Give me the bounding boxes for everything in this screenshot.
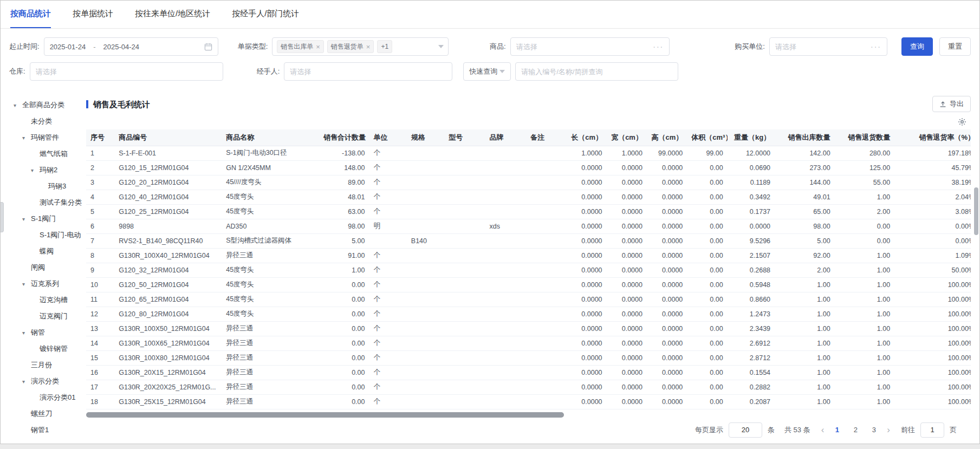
tree-item[interactable]: 测试子集分类 (6, 194, 86, 211)
column-header: 体积（cm³） (687, 129, 727, 146)
table-cell: 0.00 (687, 380, 727, 394)
tree-expand-icon[interactable]: ▾ (22, 216, 31, 222)
date-range-picker[interactable]: 2025-01-24 - 2025-04-24 (44, 37, 218, 56)
tree-expand-icon[interactable]: ▾ (22, 135, 31, 141)
tab-3[interactable]: 按往来单位/地区统计 (135, 1, 210, 28)
tree-item[interactable]: 玛钢3 (6, 178, 86, 194)
horizontal-scrollbar[interactable] (86, 412, 971, 418)
chevron-down-icon[interactable] (438, 45, 444, 48)
column-header: 规格 (407, 129, 444, 146)
tree-item[interactable]: 燃气纸箱 (6, 146, 86, 162)
product-input[interactable] (516, 43, 653, 51)
table-row[interactable]: 11G120_65_12RM01G0445度弯头0.00个0.00000.000… (86, 292, 971, 307)
tree-item[interactable]: ▾演示分类 (6, 373, 86, 389)
table-row[interactable]: 17G130R_20X20X25_12RM01G...异径三通0.00个0.00… (86, 380, 971, 394)
table-row[interactable]: 14G130R_100X65_12RM01G04异径三通0.00个0.00000… (86, 336, 971, 350)
close-icon[interactable]: × (366, 43, 371, 50)
horizontal-scrollbar-thumb[interactable] (86, 412, 564, 418)
tree-item[interactable]: ▾全部商品分类 (6, 97, 86, 113)
table-row[interactable]: 1S-1-F-E-001S-1阀门-电动30口径-138.00个1.00001.… (86, 146, 971, 160)
tree-expand-icon[interactable]: ▾ (31, 167, 40, 173)
page-number-1[interactable]: 1 (830, 426, 843, 434)
table-row[interactable]: 5G120_25_12RM01G0445度弯头63.00个0.00000.000… (86, 204, 971, 219)
tree-item[interactable]: ▾玛钢管件 (6, 129, 86, 146)
date-end-value[interactable]: 2025-04-24 (103, 43, 139, 51)
tree-item[interactable]: ▾玛钢2 (6, 162, 86, 178)
table-row[interactable]: 4G120_40_12RM01G0445度弯头48.01个0.00000.000… (86, 190, 971, 204)
tab-1[interactable]: 按商品统计 (10, 1, 51, 28)
tree-item[interactable]: ▾钢管 (6, 324, 86, 341)
tree-expand-icon[interactable]: ▾ (22, 281, 31, 287)
page-number-2[interactable]: 2 (849, 426, 862, 434)
tree-item[interactable]: ▾迈克系列 (6, 276, 86, 292)
column-header: 高（cm） (647, 129, 687, 146)
ellipsis-icon[interactable]: ··· (653, 42, 664, 51)
tree-item[interactable]: S-1阀门-电动 (6, 227, 86, 243)
table-cell (444, 365, 485, 380)
tree-expand-icon[interactable]: ▾ (14, 102, 22, 108)
buyer-input[interactable] (775, 43, 871, 51)
tree-expand-icon[interactable]: ▾ (22, 330, 31, 336)
product-select[interactable]: ··· (510, 37, 670, 56)
table-row[interactable]: 13G130R_100X50_12RM01G04异径三通0.00个0.00000… (86, 321, 971, 336)
buyer-select[interactable]: ··· (769, 37, 887, 56)
ellipsis-icon[interactable]: ··· (871, 42, 881, 51)
tree-item[interactable]: 钢管1 (6, 422, 86, 438)
table-row[interactable]: 2G120_15_12RM01G04GN 1/2X45MM148.00个0.00… (86, 160, 971, 175)
per-page-input[interactable] (729, 422, 762, 438)
keyword-input[interactable] (521, 68, 672, 76)
table-row[interactable]: 18G130R_25X15_12RM01G04异径三通0.00个0.00000.… (86, 394, 971, 409)
tree-item[interactable]: 迈克阀门 (6, 308, 86, 324)
chevron-down-icon[interactable] (499, 70, 505, 73)
sidebar-collapse-handle[interactable] (1, 202, 4, 232)
tree-item[interactable]: 三月份 (6, 357, 86, 373)
table-row[interactable]: 10G120_50_12RM01G0445度弯头0.00个0.00000.000… (86, 277, 971, 292)
query-button[interactable]: 查询 (901, 37, 933, 56)
handler-input[interactable] (290, 68, 446, 76)
goto-page-input[interactable] (920, 422, 944, 438)
close-icon[interactable]: × (316, 43, 320, 50)
export-button[interactable]: 导出 (932, 96, 971, 112)
reset-button[interactable]: 重置 (939, 37, 971, 56)
table-row[interactable]: 3G120_20_12RM01G0445////度弯头89.00个0.00000… (86, 175, 971, 190)
table-cell (485, 146, 526, 160)
tree-item[interactable]: 镀锌钢管 (6, 341, 86, 357)
next-page-button[interactable]: › (886, 425, 891, 434)
tab-2[interactable]: 按单据统计 (73, 1, 113, 28)
tree-item[interactable]: 闸阀 (6, 259, 86, 276)
doc-type-select[interactable]: 销售出库单×销售退货单×+1 (272, 37, 449, 56)
tree-item[interactable]: 螺丝刀 (6, 406, 86, 422)
gear-icon[interactable] (958, 118, 966, 126)
quick-search-select[interactable]: 快速查询 (463, 62, 511, 81)
table-row[interactable]: 7RVS2-1_B140_98CQ11R40S型沟槽式过滤器阀体5.00B140… (86, 233, 971, 248)
goto-label: 前往 (901, 425, 915, 435)
keyword-search[interactable] (515, 62, 678, 81)
tab-4[interactable]: 按经手人/部门统计 (232, 1, 299, 28)
date-start-value[interactable]: 2025-01-24 (50, 43, 86, 51)
vertical-scrollbar-thumb[interactable] (974, 187, 978, 235)
prev-page-button[interactable]: ‹ (820, 425, 826, 434)
tree-item[interactable]: 蝶阀 (6, 243, 86, 259)
tree-item[interactable]: ▾S-1阀门 (6, 211, 86, 227)
tree-item[interactable]: 迈克沟槽 (6, 292, 86, 308)
table-cell: 2.00 (835, 204, 895, 219)
table-row[interactable]: 8G130R_100X40_12RM01G04异径三通91.00个0.00000… (86, 248, 971, 263)
warehouse-select[interactable] (30, 62, 223, 81)
table-cell: 0.0000 (567, 321, 606, 336)
table-row[interactable]: 9G120_32_12RM01G0445度弯头1.00个0.00000.0000… (86, 263, 971, 277)
handler-select[interactable] (284, 62, 452, 81)
table-row[interactable]: 12G120_80_12RM01G0445度弯头0.00个0.00000.000… (86, 307, 971, 321)
table-cell: 5.00 (319, 233, 369, 248)
tree-item[interactable]: 未分类 (6, 113, 86, 129)
table-cell: 0.0000 (567, 233, 606, 248)
tree-item[interactable]: 演示分类01 (6, 389, 86, 406)
doc-type-more-tag[interactable]: +1 (377, 40, 392, 53)
page-number-3[interactable]: 3 (867, 426, 880, 434)
warehouse-input[interactable] (36, 68, 217, 76)
table-row[interactable]: 15G130R_100X80_12RM01G04异径三通0.00个0.00000… (86, 350, 971, 365)
tree-expand-icon[interactable]: ▾ (22, 379, 31, 385)
calendar-icon[interactable] (204, 43, 212, 51)
table-cell: 个 (369, 307, 407, 321)
table-row[interactable]: 69898AD35098.00明xds0.00000.00000.00000.0… (86, 219, 971, 233)
table-row[interactable]: 16G130R_20X15_12RM01G04异径三通0.00个0.00000.… (86, 365, 971, 380)
